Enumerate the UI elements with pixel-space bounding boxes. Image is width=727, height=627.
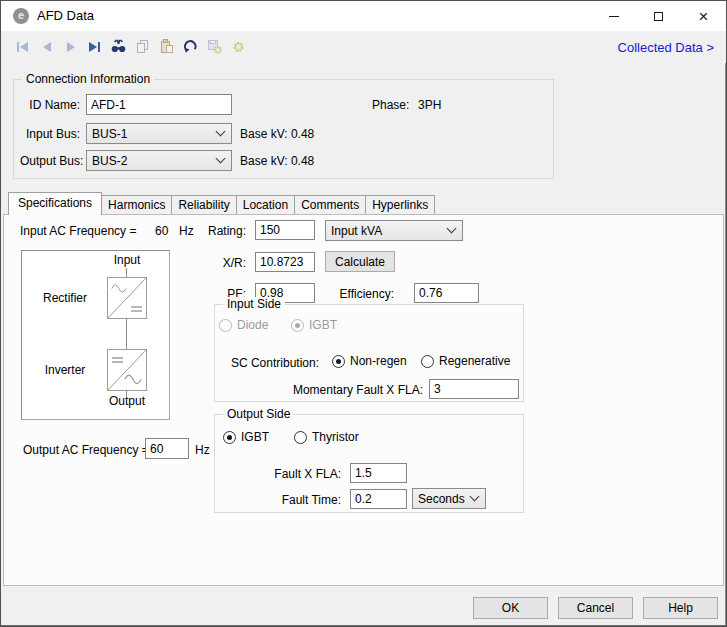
toolbar: Collected Data > [1,31,726,63]
output-ac-frequency-input[interactable] [145,438,189,459]
output-bus-label: Output Bus: [20,154,80,168]
regenerative-radio[interactable]: Regenerative [421,354,510,368]
output-bus-combobox[interactable]: BUS-2 [86,150,232,171]
sc-contribution-label: SC Contribution: [215,356,319,370]
first-record-icon[interactable] [14,38,31,55]
diagram-input-label: Input [87,253,167,267]
cancel-button[interactable]: Cancel [558,597,633,619]
tab-specifications[interactable]: Specifications [8,192,102,215]
phase-label: Phase: [372,98,409,112]
tab-hyperlinks[interactable]: Hyperlinks [365,195,435,214]
ok-button[interactable]: OK [473,597,548,619]
id-name-input[interactable] [86,94,232,115]
paste-icon[interactable] [158,38,175,55]
momentary-fault-label: Momentary Fault X FLA: [215,383,423,397]
rating-unit-combobox[interactable]: Input kVA [325,220,463,241]
fault-x-fla-label: Fault X FLA: [215,467,341,481]
rating-input[interactable] [255,220,315,240]
calculate-button[interactable]: Calculate [325,251,395,272]
close-button[interactable]: × [681,1,726,31]
rating-label: Rating: [184,224,246,238]
thyristor-radio[interactable]: Thyristor [294,430,359,444]
xr-label: X/R: [184,256,246,270]
save-settings-icon[interactable] [206,38,223,55]
minimize-icon [609,16,619,17]
momentary-fault-input[interactable] [429,379,519,399]
id-name-label: ID Name: [20,98,80,112]
window-title: AFD Data [37,1,94,31]
phase-value: 3PH [418,98,441,112]
rating-unit-value: Input kVA [331,224,382,238]
regenerative-radio-label: Regenerative [439,354,510,368]
input-bus-value: BUS-1 [92,127,127,141]
radio-icon [223,431,236,444]
igbt-output-radio[interactable]: IGBT [223,430,269,444]
fault-time-unit-value: Seconds [418,492,465,506]
chevron-down-icon [216,127,226,137]
fault-time-unit-combobox[interactable]: Seconds [412,488,486,509]
copy-icon[interactable] [134,38,151,55]
input-base-kv: Base kV: 0.48 [240,127,314,141]
igbt-input-radio-label: IGBT [309,318,337,332]
app-logo-icon: e [13,8,29,24]
previous-record-icon[interactable] [38,38,55,55]
maximize-button[interactable] [636,1,681,31]
igbt-output-radio-label: IGBT [241,430,269,444]
find-icon[interactable] [110,38,127,55]
rectifier-label: Rectifier [25,291,105,305]
tab-comments[interactable]: Comments [294,195,366,214]
diagram-connector-line [126,319,127,349]
output-ac-frequency-unit: Hz [195,443,210,457]
efficiency-label: Efficiency: [304,287,394,301]
settings-icon[interactable] [230,38,247,55]
input-bus-label: Input Bus: [20,127,80,141]
output-side-legend: Output Side [223,407,294,421]
xr-input[interactable] [255,252,315,272]
minimize-button[interactable] [591,1,636,31]
input-ac-frequency-value: 60 [155,224,168,238]
diode-radio[interactable]: Diode [219,318,268,332]
non-regen-radio-label: Non-regen [350,354,407,368]
output-ac-frequency-label: Output AC Frequency = [23,443,149,457]
output-base-kv: Base kV: 0.48 [240,154,314,168]
input-bus-combobox[interactable]: BUS-1 [86,123,232,144]
close-icon: × [699,8,709,25]
chevron-down-icon [447,224,457,234]
title-bar: e AFD Data × [1,1,726,31]
tab-location[interactable]: Location [236,195,295,214]
igbt-input-radio[interactable]: IGBT [291,318,337,332]
fault-x-fla-input[interactable] [350,463,407,483]
tab-reliability[interactable]: Reliability [171,195,236,214]
refresh-icon[interactable] [182,38,199,55]
connection-information-legend: Connection Information [22,72,154,86]
collected-data-link[interactable]: Collected Data > [618,40,714,55]
radio-icon [421,355,434,368]
connection-information-group: Connection Information ID Name: Phase: 3… [13,79,554,179]
thyristor-radio-label: Thyristor [312,430,359,444]
tab-strip: Specifications Harmonics Reliability Loc… [8,192,435,215]
chevron-down-icon [470,492,480,502]
radio-icon [332,355,345,368]
tab-harmonics[interactable]: Harmonics [101,195,172,214]
non-regen-radio[interactable]: Non-regen [332,354,407,368]
fault-time-input[interactable] [350,489,407,509]
radio-icon [219,319,232,332]
input-side-group: Input Side Diode IGBT SC Contribution: N… [214,304,524,402]
diagram-connector-line [126,268,127,277]
next-record-icon[interactable] [62,38,79,55]
output-side-group: Output Side IGBT Thyristor Fault X FLA: … [214,414,524,513]
maximize-icon [654,12,663,21]
last-record-icon[interactable] [86,38,103,55]
inverter-label: Inverter [25,363,105,377]
diagram-output-label: Output [87,394,167,408]
radio-icon [294,431,307,444]
radio-icon [291,319,304,332]
afd-diagram: Input Rectifier [21,250,170,420]
afd-data-dialog: e AFD Data × [0,0,727,627]
help-button[interactable]: Help [643,597,718,619]
input-side-legend: Input Side [223,297,285,311]
output-bus-value: BUS-2 [92,154,127,168]
rectifier-symbol [107,277,147,323]
fault-time-label: Fault Time: [215,493,341,507]
efficiency-input[interactable] [414,283,479,303]
